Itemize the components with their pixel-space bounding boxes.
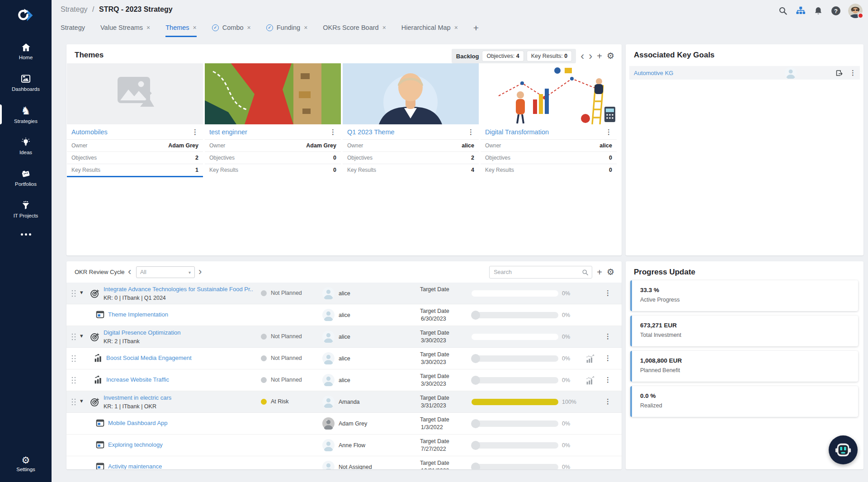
row-title-link[interactable]: Exploring technology bbox=[108, 441, 163, 449]
tab-funding[interactable]: ✓ Funding × bbox=[266, 24, 308, 37]
metrics-chart-icon[interactable] bbox=[585, 376, 595, 387]
hierarchy-icon[interactable] bbox=[795, 5, 806, 16]
breadcrumb-section[interactable]: Strategy bbox=[61, 5, 88, 13]
search-icon[interactable] bbox=[778, 5, 788, 16]
theme-card-automobiles[interactable]: Automobiles ⋮ OwnerAdam Grey Objectives2… bbox=[67, 63, 203, 177]
theme-card-q1-2023[interactable]: Q1 2023 Theme ⋮ Owneralice Objectives2 K… bbox=[343, 63, 479, 177]
share-icon[interactable] bbox=[835, 69, 844, 77]
close-icon[interactable]: × bbox=[454, 24, 458, 31]
chevron-right-icon[interactable]: › bbox=[589, 52, 592, 61]
sidebar-item-home[interactable]: Home bbox=[0, 35, 52, 67]
row-title-link[interactable]: Theme Implementation bbox=[108, 311, 168, 319]
tab-themes[interactable]: Themes × bbox=[165, 24, 197, 37]
sidebar-item-it-projects[interactable]: IT Projects bbox=[0, 194, 52, 225]
kebab-menu-icon[interactable]: ⋮ bbox=[604, 397, 611, 406]
notifications-bell-icon[interactable] bbox=[813, 5, 824, 16]
theme-card-title[interactable]: Digital Transformation bbox=[485, 128, 549, 136]
key-goal-row[interactable]: Automotive KG ⋮ bbox=[629, 66, 860, 80]
kebab-menu-icon[interactable]: ⋮ bbox=[192, 128, 198, 136]
kebab-menu-icon[interactable]: ⋮ bbox=[604, 332, 611, 340]
chevron-left-icon[interactable]: ‹ bbox=[580, 52, 584, 61]
drag-handle-icon[interactable] bbox=[71, 376, 76, 384]
sidebar-item-settings[interactable]: ⚙ Settings bbox=[0, 450, 52, 477]
chevron-down-icon[interactable]: ▾ bbox=[80, 289, 83, 296]
kebab-menu-icon[interactable]: ⋮ bbox=[330, 128, 336, 136]
add-okr-button[interactable]: + bbox=[597, 268, 602, 277]
tab-value-streams[interactable]: Value Streams × bbox=[100, 24, 150, 37]
theme-card-digital-transformation[interactable]: Digital Transformation ⋮ Owneralice Obje… bbox=[481, 63, 617, 177]
row-title-link[interactable]: Mobile Dashboard App bbox=[108, 420, 168, 427]
theme-card-title[interactable]: Automobiles bbox=[71, 128, 108, 136]
table-row[interactable]: ▾ Integrate Advance Technologies for Sus… bbox=[66, 283, 622, 304]
search-input[interactable] bbox=[490, 266, 592, 278]
table-row[interactable]: Increase Website Traffic Not Planned ali… bbox=[66, 369, 622, 391]
tab-okrs-score-board[interactable]: OKRs Score Board × bbox=[323, 24, 386, 37]
chatbot-button[interactable] bbox=[829, 435, 858, 464]
tab-combo[interactable]: ✓ Combo × bbox=[212, 24, 251, 37]
cycle-prev-icon[interactable]: ‹ bbox=[128, 267, 131, 277]
drag-handle-icon[interactable] bbox=[71, 333, 76, 341]
theme-card-test-enginner[interactable]: test enginner ⋮ OwnerAdam Grey Objective… bbox=[205, 63, 341, 177]
row-title-link[interactable]: Increase Website Traffic bbox=[106, 376, 169, 384]
kebab-menu-icon[interactable]: ⋮ bbox=[604, 289, 611, 297]
table-row[interactable]: Boost Social Media Engagement Not Planne… bbox=[66, 348, 622, 369]
add-theme-button[interactable]: + bbox=[597, 52, 602, 61]
sidebar-item-strategies[interactable]: ♞ Strategies bbox=[0, 99, 52, 130]
kebab-menu-icon[interactable]: ⋮ bbox=[849, 69, 856, 77]
close-icon[interactable]: × bbox=[193, 24, 197, 31]
table-row[interactable]: Theme Implementation alice Target Date6/… bbox=[66, 304, 622, 326]
add-tab-button[interactable]: + bbox=[473, 23, 479, 37]
close-icon[interactable]: × bbox=[247, 24, 251, 31]
help-icon[interactable]: ? bbox=[830, 5, 841, 16]
close-icon[interactable]: × bbox=[304, 24, 307, 31]
drag-handle-icon[interactable] bbox=[71, 354, 76, 363]
chevron-down-icon[interactable]: ▾ bbox=[80, 332, 83, 339]
objectives-count-pill[interactable]: Objectives: 4 bbox=[482, 51, 523, 61]
row-title-link[interactable]: Activity maintenance bbox=[108, 463, 162, 469]
close-icon[interactable]: × bbox=[146, 24, 150, 31]
kebab-menu-icon[interactable]: ⋮ bbox=[467, 128, 474, 136]
assignee: alice bbox=[322, 374, 350, 386]
cycle-next-icon[interactable]: › bbox=[198, 267, 202, 277]
drag-handle-icon[interactable] bbox=[71, 398, 76, 406]
close-icon[interactable]: × bbox=[382, 24, 386, 31]
app-logo[interactable] bbox=[0, 4, 52, 27]
theme-card-title[interactable]: test enginner bbox=[209, 128, 247, 136]
objectives-label: Objectives bbox=[485, 155, 510, 161]
kebab-menu-icon[interactable]: ⋮ bbox=[604, 354, 611, 362]
kebab-menu-icon[interactable]: ⋮ bbox=[605, 128, 612, 136]
row-subtitle: KR: 2 | ITbank bbox=[104, 338, 181, 345]
row-title-link[interactable]: Digital Presence Optimization bbox=[104, 329, 181, 337]
key-goal-link[interactable]: Automotive KG bbox=[634, 70, 673, 76]
sidebar-item-dashboards[interactable]: Dashboards bbox=[0, 67, 52, 99]
table-row[interactable]: Activity maintenance Not Assigned Target… bbox=[66, 456, 622, 469]
row-title-link[interactable]: Boost Social Media Engagement bbox=[106, 354, 192, 362]
tab-hierarchical-map[interactable]: Hierarchical Map × bbox=[401, 24, 458, 37]
table-row[interactable]: Exploring technology Anne Flow Target Da… bbox=[66, 435, 622, 456]
theme-card-title[interactable]: Q1 2023 Theme bbox=[347, 128, 395, 136]
gear-icon[interactable]: ⚙ bbox=[607, 268, 614, 277]
drag-handle-icon[interactable] bbox=[71, 289, 76, 298]
tab-strategy[interactable]: Strategy bbox=[61, 24, 85, 37]
user-avatar[interactable] bbox=[848, 4, 863, 18]
initiative-icon bbox=[95, 418, 105, 430]
target-date: Target Date3/30/2023 bbox=[420, 329, 470, 345]
sidebar-item-ideas[interactable]: Ideas bbox=[0, 130, 52, 162]
row-title-link[interactable]: Integrate Advance Technologies for Susta… bbox=[104, 286, 253, 293]
gear-icon[interactable]: ⚙ bbox=[607, 52, 614, 61]
progress-bar bbox=[472, 334, 558, 340]
metrics-chart-icon[interactable] bbox=[585, 354, 595, 365]
cycle-filter-select[interactable]: All ▾ bbox=[136, 266, 195, 278]
target-date: Target Date10/31/2022 bbox=[420, 459, 470, 469]
row-title-link[interactable]: Investment in electric cars bbox=[104, 394, 171, 402]
themes-panel: Themes Backlog Objectives: 4 Key Results… bbox=[66, 44, 622, 255]
key-results-count-pill[interactable]: Key Results: 0 bbox=[527, 51, 572, 61]
sidebar-more-icon[interactable] bbox=[0, 225, 52, 243]
chevron-down-icon[interactable]: ▾ bbox=[80, 397, 83, 404]
table-row[interactable]: ▾ Digital Presence Optimization KR: 2 | … bbox=[66, 326, 622, 348]
table-row[interactable]: ▾ Investment in electric cars KR: 1 | IT… bbox=[66, 391, 622, 413]
sidebar-item-portfolios[interactable]: Portfolios bbox=[0, 162, 52, 194]
table-row[interactable]: Mobile Dashboard App Adam Grey Target Da… bbox=[66, 413, 622, 435]
backlog-label[interactable]: Backlog bbox=[456, 53, 479, 60]
kebab-menu-icon[interactable]: ⋮ bbox=[604, 376, 611, 384]
